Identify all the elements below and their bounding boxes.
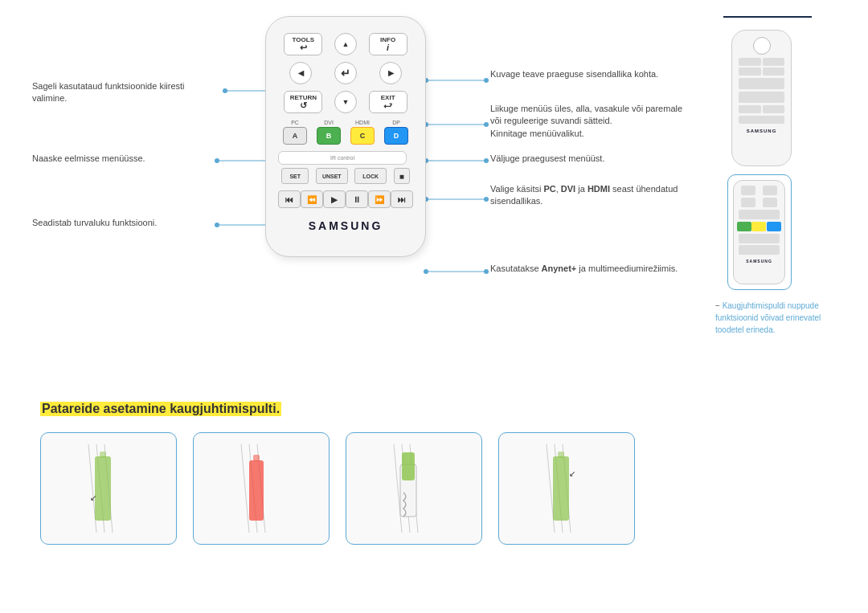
annotation-anynet: Kasutatakse Anynet+ ja multimeediumireži…: [490, 263, 699, 275]
remote-body: TOOLS ↩ ▲ INFO i ◀ ↵ ▶: [265, 16, 426, 257]
dvi-label: DVI: [324, 120, 334, 125]
sr-samsung-label: SAMSUNG: [736, 129, 787, 133]
footnote-dash: −: [715, 301, 720, 310]
dp-label: DP: [392, 120, 400, 125]
skip-back-button[interactable]: ⏮: [278, 190, 301, 208]
annotation-abcd: Valige käsitsi PC, DVI ja HDMI seast ühe…: [490, 183, 699, 208]
return-button[interactable]: RETURN ↺: [284, 91, 322, 113]
annotation-exit: Väljuge praegusest menüüst.: [490, 153, 683, 165]
svg-point-17: [484, 158, 489, 163]
b-button[interactable]: B: [317, 127, 341, 145]
svg-point-22: [424, 269, 428, 274]
sr-cell: [739, 58, 761, 66]
svg-rect-44: [558, 452, 564, 458]
svg-text:↙: ↙: [569, 469, 575, 478]
hdmi-col: HDMI C: [350, 120, 375, 145]
footnote-text: Kaugjuhtimispuldi nuppude funktsioonid v…: [715, 301, 821, 334]
battery-svg-1: ↙: [80, 440, 137, 537]
footnote: − Kaugjuhtimispuldi nuppude funktsioonid…: [715, 300, 844, 336]
d-button[interactable]: D: [384, 127, 408, 145]
battery-image-4: ↙: [498, 432, 635, 545]
remote-row-abcd: PC A DVI B HDMI C: [278, 120, 413, 145]
svg-rect-34: [253, 455, 260, 461]
bottom-section: Patareide asetamine kaugjuhtimispulti. ↙: [0, 386, 868, 561]
battery-image-2: [193, 432, 330, 545]
ir-buttons-row: SET UNSET LOCK ■: [278, 168, 413, 184]
info-button[interactable]: INFO i: [369, 33, 407, 55]
svg-rect-43: [553, 456, 569, 521]
remote-row-1: TOOLS ↩ ▲ INFO i: [278, 33, 413, 55]
svg-rect-33: [249, 460, 264, 521]
annotation-nav: Liikuge menüüs üles, alla, vasakule või …: [490, 103, 691, 140]
skip-forward-button[interactable]: ⏭: [391, 190, 413, 208]
sr-rect-3: [739, 116, 784, 124]
annotation-info: Kuvage teave praeguse sisendallika kohta…: [490, 68, 683, 80]
svg-point-4: [215, 158, 219, 163]
samsung-logo: SAMSUNG: [278, 219, 413, 232]
tools-button[interactable]: TOOLS ↩: [284, 33, 322, 55]
battery-image-3: [346, 432, 482, 545]
sr2-btn: [763, 186, 777, 195]
enter-button[interactable]: ↵: [334, 62, 357, 84]
lock-button[interactable]: LOCK: [354, 168, 387, 184]
pause-button[interactable]: ⏸: [346, 190, 368, 208]
section-title: Patareide asetamine kaugjuhtimispulti.: [40, 402, 281, 416]
sr2-row-2: [737, 198, 781, 207]
right-panel: SAMSUNG: [715, 16, 844, 336]
sr2-btn: [741, 186, 755, 195]
a-button[interactable]: A: [283, 127, 307, 145]
sr2-row-1: [737, 186, 781, 195]
remote-row-3: RETURN ↺ ▼ EXIT ⮐: [278, 91, 413, 113]
annotation-tools: Sageli kasutataud funktsioonide kiiresti…: [32, 80, 217, 105]
sr2-long-1: [739, 210, 780, 219]
ir-control-label: IR control: [278, 151, 407, 165]
sr2-btn: [741, 198, 755, 207]
remote-illustration-bottom: SAMSUNG: [727, 174, 792, 290]
sr-grid-2: [739, 105, 784, 113]
svg-point-23: [484, 269, 489, 274]
svg-line-30: [241, 444, 249, 533]
sr-circle: [753, 37, 771, 55]
sr-cell: [739, 67, 761, 76]
svg-point-11: [484, 78, 489, 83]
up-button[interactable]: ▲: [334, 33, 357, 55]
rewind-button[interactable]: ⏪: [301, 190, 323, 208]
dp-col: DP D: [384, 120, 408, 145]
svg-rect-28: [100, 452, 106, 458]
sr-cell: [763, 58, 785, 66]
small-remote-top: SAMSUNG: [731, 30, 792, 166]
battery-svg-4: ↙: [538, 440, 595, 537]
left-button[interactable]: ◀: [289, 62, 312, 84]
sr-cell: [763, 105, 785, 113]
remote-illustration-top: SAMSUNG: [731, 30, 844, 166]
sr2-long-3: [739, 245, 780, 255]
sr-rect-1: [739, 78, 784, 89]
battery-svg-2: [233, 440, 289, 537]
sr-cell: [763, 67, 785, 76]
deco-line: [723, 16, 812, 18]
pc-col: PC A: [283, 120, 307, 145]
play-button[interactable]: ▶: [323, 190, 346, 208]
hdmi-label: HDMI: [355, 120, 370, 125]
c-button[interactable]: C: [350, 127, 375, 145]
battery-images-row: ↙: [40, 432, 828, 545]
set-button[interactable]: SET: [281, 168, 309, 184]
unset-button[interactable]: UNSET: [316, 168, 348, 184]
stop-button[interactable]: ■: [394, 168, 410, 184]
remote-control: TOOLS ↩ ▲ INFO i ◀ ↵ ▶: [265, 16, 426, 257]
svg-point-1: [223, 88, 227, 93]
small-remote-bottom: SAMSUNG: [733, 180, 785, 284]
remote-row-2: ◀ ↵ ▶: [278, 62, 413, 84]
sr2-btn: [763, 198, 777, 207]
sr2-btn-blue: [767, 222, 781, 231]
exit-button[interactable]: EXIT ⮐: [369, 91, 407, 113]
annotation-return: Naaske eelmisse menüüsse.: [32, 153, 209, 165]
svg-rect-39: [402, 452, 415, 480]
right-button[interactable]: ▶: [379, 62, 402, 84]
media-buttons-row: ⏮ ⏪ ▶ ⏸ ⏩ ⏭: [278, 190, 413, 208]
svg-rect-27: [95, 456, 111, 521]
battery-svg-3: [386, 440, 442, 537]
sr2-row-3: [737, 222, 781, 231]
down-button[interactable]: ▼: [334, 91, 357, 113]
fast-forward-button[interactable]: ⏩: [368, 190, 391, 208]
